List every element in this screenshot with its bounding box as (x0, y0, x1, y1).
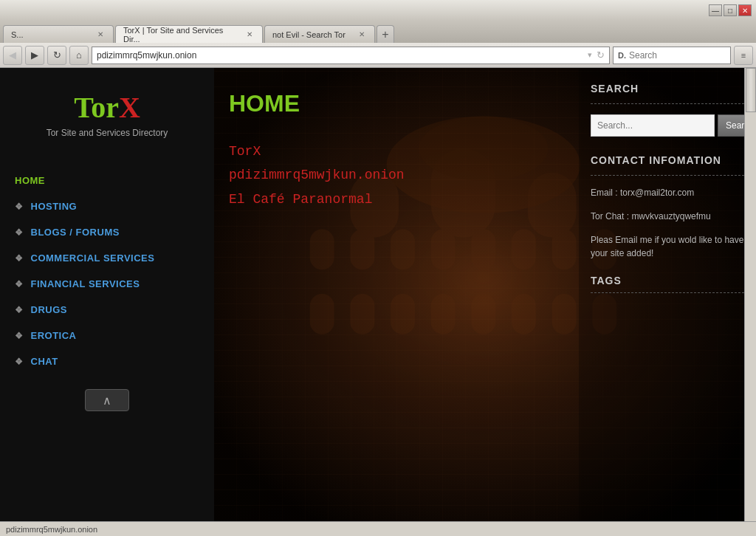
search-widget: SEARCH Search (591, 83, 744, 137)
search-engine-icon: D. (618, 51, 626, 60)
tab-1-close[interactable]: ✕ (95, 30, 106, 40)
commercial-bullet: ❖ (15, 253, 24, 264)
contact-tor-chat: Tor Chat : mwvkvauztyqwefmu (591, 210, 744, 223)
heading-prefix: H (229, 90, 246, 117)
logo-area: TorX Tor Site and Services Directory (0, 83, 214, 153)
address-bar[interactable]: pdizimmrq5mwjkun.onion ▾ ↻ (92, 47, 610, 64)
scrollbar-thumb[interactable] (746, 68, 756, 112)
logo-subtitle: Tor Site and Services Directory (15, 128, 199, 138)
logo-x: X (119, 91, 140, 124)
navigation-menu: HOME ❖ HOSTING ❖ BLOGS / FORUMS ❖ COMMER… (0, 168, 214, 374)
sidebar-item-chat[interactable]: ❖ CHAT (0, 348, 214, 374)
tab-2-close[interactable]: ✕ (244, 30, 255, 40)
contact-note: Pleas Email me if you wold like to have … (591, 233, 744, 260)
sidebar-item-commercial[interactable]: ❖ COMMERCIAL SERVICES (0, 245, 214, 271)
contact-divider (591, 175, 744, 176)
browser-search-input[interactable] (629, 50, 740, 61)
drugs-label: DRUGS (31, 304, 67, 315)
title-bar: — □ ✕ (0, 0, 756, 21)
erotica-bullet: ❖ (15, 331, 24, 341)
contact-widget: CONTACT INFOMATION Email : torx@mail2tor… (591, 154, 744, 260)
status-bar: pdizimmrq5mwjkun.onion (0, 521, 756, 536)
chat-label: CHAT (31, 356, 58, 367)
tab-1[interactable]: S... ✕ (3, 25, 114, 43)
main-content: HOME TorX pdizimmrq5mwjkun.onion El Café… (214, 68, 756, 536)
logo: TorX (15, 90, 199, 125)
site-tagline: El Café Paranormal (229, 188, 564, 211)
tab-3[interactable]: not Evil - Search Tor ✕ (264, 25, 375, 43)
search-widget-title: SEARCH (591, 83, 744, 95)
forward-button[interactable]: ▶ (25, 46, 44, 65)
center-panel: HOME TorX pdizimmrq5mwjkun.onion El Café… (214, 68, 579, 536)
logo-tor: Tor (74, 91, 119, 124)
sidebar-item-drugs[interactable]: ❖ DRUGS (0, 297, 214, 323)
reload-button[interactable]: ↻ (47, 46, 66, 65)
sidebar-item-hosting[interactable]: ❖ HOSTING (0, 193, 214, 219)
site-url: pdizimmrq5mwjkun.onion (229, 163, 564, 187)
search-widget-form: Search (591, 114, 744, 137)
home-label: HOME (15, 175, 45, 186)
tab-3-label: not Evil - Search Tor (272, 30, 346, 39)
maximize-button[interactable]: □ (724, 4, 737, 16)
tags-widget: TAGS (591, 275, 744, 293)
new-tab-button[interactable]: + (377, 25, 394, 43)
close-button[interactable]: ✕ (738, 4, 752, 16)
scroll-up-button[interactable]: ∧ (85, 389, 129, 411)
contact-widget-title: CONTACT INFOMATION (591, 154, 744, 166)
right-panel: SEARCH Search CONTACT INFOMATION Email :… (579, 68, 756, 536)
tab-2[interactable]: TorX | Tor Site and Services Dir... ✕ (115, 25, 263, 43)
heading-rest: OME (246, 90, 300, 117)
minimize-button[interactable]: — (709, 4, 722, 16)
blogs-label: BLOGS / FORUMS (31, 227, 120, 238)
chat-bullet: ❖ (15, 357, 24, 367)
scrollbar[interactable]: ▲ ▼ (744, 68, 756, 536)
tab-3-close[interactable]: ✕ (357, 30, 367, 40)
page-content: TorX Tor Site and Services Directory HOM… (0, 68, 756, 536)
page-heading: HOME (229, 90, 564, 117)
back-button[interactable]: ◀ (3, 46, 22, 65)
browser-search-bar[interactable]: D. 🔍 (613, 47, 731, 64)
sidebar-item-home[interactable]: HOME (0, 168, 214, 193)
tags-widget-title: TAGS (591, 275, 744, 286)
sidebar: TorX Tor Site and Services Directory HOM… (0, 68, 214, 536)
tab-2-label: TorX | Tor Site and Services Dir... (123, 26, 240, 44)
financial-label: FINANCIAL SERVICES (31, 278, 140, 289)
drugs-bullet: ❖ (15, 305, 24, 315)
hosting-bullet: ❖ (15, 202, 24, 212)
email-value: torx@mail2tor.com (620, 188, 694, 198)
dropdown-icon: ▾ (588, 50, 592, 60)
tab-bar: S... ✕ TorX | Tor Site and Services Dir.… (0, 21, 756, 43)
browser-chrome: — □ ✕ S... ✕ TorX | Tor Site and Service… (0, 0, 756, 68)
blogs-bullet: ❖ (15, 227, 24, 238)
search-input[interactable] (591, 114, 715, 137)
nav-bar: ◀ ▶ ↻ ⌂ pdizimmrq5mwjkun.onion ▾ ↻ D. 🔍 … (0, 43, 756, 68)
tor-chat-value: mwvkvauztyqwefmu (631, 211, 710, 221)
tab-1-label: S... (11, 30, 24, 39)
sidebar-item-erotica[interactable]: ❖ EROTICA (0, 323, 214, 348)
tor-chat-label: Tor Chat : (591, 211, 629, 221)
commercial-label: COMMERCIAL SERVICES (31, 252, 155, 264)
site-info: TorX pdizimmrq5mwjkun.onion El Café Para… (229, 140, 564, 211)
financial-bullet: ❖ (15, 279, 24, 289)
email-label: Email : (591, 188, 618, 198)
content-area: HOME TorX pdizimmrq5mwjkun.onion El Café… (214, 68, 756, 536)
status-url: pdizimmrq5mwjkun.onion (6, 525, 97, 534)
sidebar-item-blogs[interactable]: ❖ BLOGS / FORUMS (0, 219, 214, 245)
address-text: pdizimmrq5mwjkun.onion (97, 50, 196, 61)
home-button[interactable]: ⌂ (69, 46, 89, 65)
tags-divider (591, 292, 744, 293)
site-name: TorX (229, 140, 564, 163)
search-divider (591, 103, 744, 104)
sidebar-item-financial[interactable]: ❖ FINANCIAL SERVICES (0, 271, 214, 297)
erotica-label: EROTICA (31, 330, 77, 341)
hosting-label: HOSTING (31, 201, 78, 212)
reload-icon-sm: ↻ (597, 49, 605, 61)
contact-email: Email : torx@mail2tor.com (591, 186, 744, 199)
browser-menu-button[interactable]: ≡ (734, 46, 753, 65)
